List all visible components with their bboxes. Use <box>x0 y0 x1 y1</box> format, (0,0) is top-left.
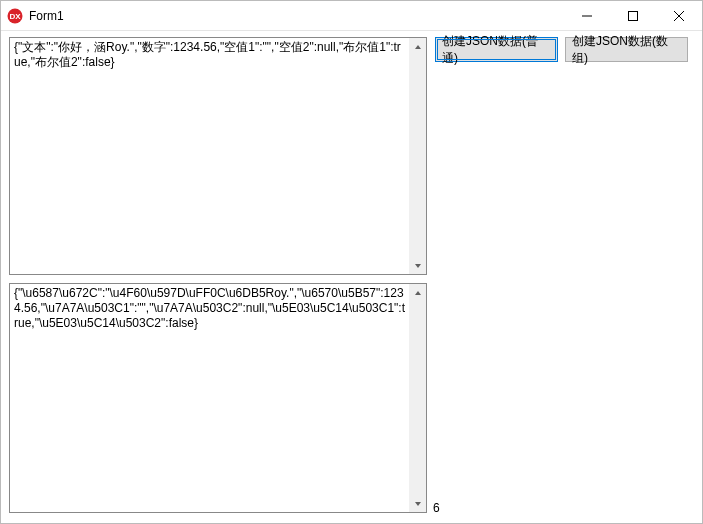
maximize-button[interactable] <box>610 1 656 30</box>
button-label: 创建JSON数据(数组) <box>572 33 681 67</box>
app-icon: DX <box>7 8 23 24</box>
window-title: Form1 <box>29 9 64 23</box>
memo2-scrollbar[interactable] <box>409 284 426 512</box>
minimize-button[interactable] <box>564 1 610 30</box>
scroll-track[interactable] <box>409 301 426 495</box>
memo-json-output-1[interactable]: {"文本":"你好，涵Roy.","数字":1234.56,"空值1":"","… <box>9 37 427 275</box>
button-label: 创建JSON数据(普通) <box>442 33 551 67</box>
scroll-up-icon[interactable] <box>409 284 426 301</box>
memo1-text: {"文本":"你好，涵Roy.","数字":1234.56,"空值1":"","… <box>14 40 407 272</box>
svg-rect-2 <box>629 11 638 20</box>
scroll-down-icon[interactable] <box>409 495 426 512</box>
create-json-array-button[interactable]: 创建JSON数据(数组) <box>565 37 688 62</box>
svg-text:DX: DX <box>9 12 21 21</box>
client-area: {"文本":"你好，涵Roy.","数字":1234.56,"空值1":"","… <box>1 31 702 523</box>
scroll-track[interactable] <box>409 55 426 257</box>
titlebar: DX Form1 <box>1 1 702 31</box>
memo2-text: {"\u6587\u672C":"\u4F60\u597D\uFF0C\u6DB… <box>14 286 407 510</box>
window-form1: DX Form1 {"文本":"你好，涵Roy.","数字":1234.56,"… <box>0 0 703 524</box>
memo1-scrollbar[interactable] <box>409 38 426 274</box>
close-button[interactable] <box>656 1 702 30</box>
memo-json-output-2[interactable]: {"\u6587\u672C":"\u4F60\u597D\uFF0C\u6DB… <box>9 283 427 513</box>
scroll-down-icon[interactable] <box>409 257 426 274</box>
create-json-normal-button[interactable]: 创建JSON数据(普通) <box>435 37 558 62</box>
scroll-up-icon[interactable] <box>409 38 426 55</box>
label-six: 6 <box>433 501 440 515</box>
window-controls <box>564 1 702 30</box>
